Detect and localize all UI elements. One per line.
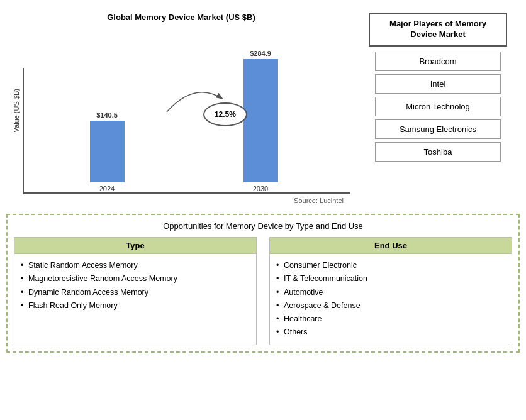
player-toshiba: Toshiba bbox=[375, 142, 501, 162]
type-column: Type Static Random Access Memory Magneto… bbox=[14, 237, 257, 345]
type-header: Type bbox=[14, 238, 256, 254]
end-use-column: End Use Consumer Electronic IT & Telecom… bbox=[269, 237, 512, 345]
end-use-list: Consumer Electronic IT & Telecommunicati… bbox=[276, 259, 505, 340]
end-use-item-3: Aerospace & Defense bbox=[276, 299, 505, 312]
bottom-columns: Type Static Random Access Memory Magneto… bbox=[14, 237, 512, 345]
type-item-0: Static Random Access Memory bbox=[21, 259, 250, 272]
type-item-2: Dynamic Random Access Memory bbox=[21, 286, 250, 299]
player-intel: Intel bbox=[375, 74, 501, 94]
end-use-item-1: IT & Telecommunication bbox=[276, 272, 505, 285]
bar-2024 bbox=[90, 121, 125, 182]
cagr-bubble: 12.5% bbox=[203, 102, 247, 126]
type-list: Static Random Access Memory Magnetoresis… bbox=[21, 259, 250, 312]
players-title: Major Players of Memory Device Market bbox=[369, 13, 507, 47]
end-use-content: Consumer Electronic IT & Telecommunicati… bbox=[270, 254, 512, 345]
type-item-1: Magnetoresistive Random Access Memory bbox=[21, 272, 250, 285]
type-content: Static Random Access Memory Magnetoresis… bbox=[14, 254, 256, 318]
end-use-item-2: Automotive bbox=[276, 286, 505, 299]
bar-group-2030: $284.9 2030 bbox=[243, 50, 278, 192]
bottom-section: Opportunities for Memory Device by Type … bbox=[6, 214, 520, 353]
bar-label-2030: 2030 bbox=[253, 185, 268, 192]
bar-label-2024: 2024 bbox=[99, 185, 115, 192]
bar-value-2030: $284.9 bbox=[250, 50, 271, 57]
end-use-item-5: Others bbox=[276, 326, 505, 339]
source-text: Source: Lucintel bbox=[13, 197, 350, 204]
main-container: Global Memory Device Market (US $B) Valu… bbox=[0, 0, 526, 420]
chart-title: Global Memory Device Market (US $B) bbox=[107, 13, 255, 22]
end-use-item-0: Consumer Electronic bbox=[276, 259, 505, 272]
type-item-3: Flash Read Only Memory bbox=[21, 299, 250, 312]
end-use-item-4: Healthcare bbox=[276, 312, 505, 326]
y-axis-label: Value (US $B) bbox=[13, 89, 20, 133]
top-section: Global Memory Device Market (US $B) Valu… bbox=[6, 6, 520, 207]
player-micron: Micron Technolog bbox=[375, 97, 501, 116]
bar-chart: 12.5% $140.5 2024 $284.9 2030 bbox=[23, 68, 350, 194]
players-area: Major Players of Memory Device Market Br… bbox=[356, 6, 520, 207]
chart-area: Global Memory Device Market (US $B) Valu… bbox=[6, 6, 356, 207]
bottom-title: Opportunities for Memory Device by Type … bbox=[14, 221, 512, 231]
player-samsung: Samsung Electronics bbox=[375, 119, 501, 139]
bar-2030 bbox=[243, 59, 278, 182]
player-broadcom: Broadcom bbox=[375, 52, 501, 71]
end-use-header: End Use bbox=[270, 238, 512, 254]
bar-group-2024: $140.5 2024 bbox=[90, 111, 125, 192]
bar-value-2024: $140.5 bbox=[96, 111, 118, 119]
chart-inner: Value (US $B) 12.5% bbox=[13, 27, 350, 194]
